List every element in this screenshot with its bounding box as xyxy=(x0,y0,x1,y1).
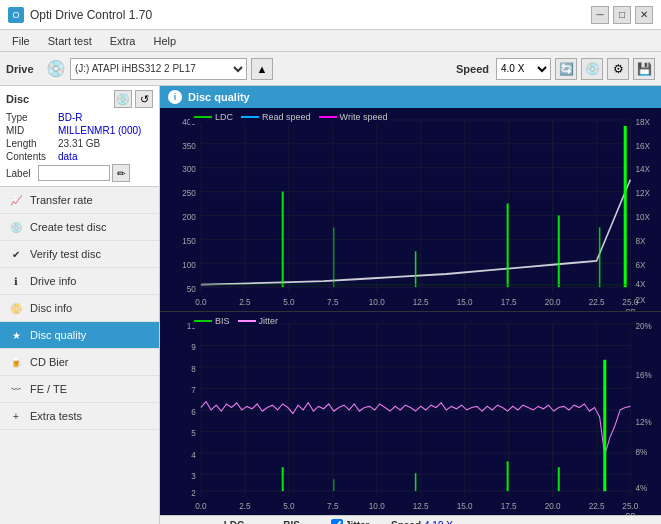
verify-test-disc-icon: ✔ xyxy=(8,246,24,262)
jitter-checkbox[interactable] xyxy=(331,519,343,524)
ldc-legend-label: LDC xyxy=(215,112,233,122)
svg-text:300: 300 xyxy=(182,164,196,175)
svg-text:350: 350 xyxy=(182,140,196,151)
sidebar-item-extra-tests[interactable]: + Extra tests xyxy=(0,403,159,430)
app-icon: O xyxy=(8,7,24,23)
app-title: Opti Drive Control 1.70 xyxy=(30,8,152,22)
drive-select[interactable]: (J:) ATAPI iHBS312 2 PL17 xyxy=(70,58,247,80)
svg-text:7: 7 xyxy=(191,385,196,396)
close-button[interactable]: ✕ xyxy=(635,6,653,24)
svg-text:250: 250 xyxy=(182,188,196,199)
stats-area: LDC BIS Jitter Speed 4.19 xyxy=(160,515,661,524)
svg-text:2.5: 2.5 xyxy=(239,500,250,511)
speed-label: Speed xyxy=(456,63,492,75)
bis-legend-color xyxy=(194,320,212,322)
drive-label: Drive xyxy=(6,63,42,75)
disc-info-icon: 📀 xyxy=(8,300,24,316)
svg-text:5.0: 5.0 xyxy=(283,296,294,307)
svg-text:20.0: 20.0 xyxy=(545,296,561,307)
menu-extra[interactable]: Extra xyxy=(102,33,144,49)
disc-button[interactable]: 💿 xyxy=(581,58,603,80)
cd-bier-icon: 🍺 xyxy=(8,354,24,370)
contents-value: data xyxy=(58,151,77,162)
svg-text:10.0: 10.0 xyxy=(369,500,385,511)
menu-file[interactable]: File xyxy=(4,33,38,49)
sidebar-item-label: CD Bier xyxy=(30,356,69,368)
fe-te-icon: 〰 xyxy=(8,381,24,397)
svg-text:0.0: 0.0 xyxy=(195,500,206,511)
drive-info-icon: ℹ xyxy=(8,273,24,289)
svg-rect-56 xyxy=(160,312,661,515)
titlebar: O Opti Drive Control 1.70 ─ □ ✕ xyxy=(0,0,661,30)
transfer-rate-icon: 📈 xyxy=(8,192,24,208)
extra-tests-icon: + xyxy=(8,408,24,424)
svg-text:0.0: 0.0 xyxy=(195,296,206,307)
speed-col-value: 4.19 X xyxy=(424,520,453,525)
contents-key: Contents xyxy=(6,151,58,162)
svg-text:8X: 8X xyxy=(635,236,645,247)
svg-text:4: 4 xyxy=(191,449,196,460)
window-controls: ─ □ ✕ xyxy=(591,6,653,24)
sidebar-item-label: Disc quality xyxy=(30,329,86,341)
disc-refresh-btn[interactable]: ↺ xyxy=(135,90,153,108)
maximize-button[interactable]: □ xyxy=(613,6,631,24)
settings-button[interactable]: ⚙ xyxy=(607,58,629,80)
bis-header: BIS xyxy=(264,519,319,524)
bottom-chart-svg: 10 9 8 7 6 5 4 3 2 20% 16% 12% 8% 4% 0 xyxy=(160,312,661,515)
sidebar-item-label: Disc info xyxy=(30,302,72,314)
svg-text:6X: 6X xyxy=(635,259,645,270)
svg-text:2: 2 xyxy=(191,487,196,498)
sidebar-item-fe-te[interactable]: 〰 FE / TE xyxy=(0,376,159,403)
ldc-legend: LDC xyxy=(194,112,233,122)
sidebar-item-disc-quality[interactable]: ★ Disc quality xyxy=(0,322,159,349)
speed-col-header: Speed xyxy=(391,520,421,525)
save-button[interactable]: 💾 xyxy=(633,58,655,80)
refresh-button[interactable]: 🔄 xyxy=(555,58,577,80)
sidebar-item-cd-bier[interactable]: 🍺 CD Bier xyxy=(0,349,159,376)
eject-button[interactable]: ▲ xyxy=(251,58,273,80)
speed-select[interactable]: 4.0 X xyxy=(496,58,551,80)
svg-text:15.0: 15.0 xyxy=(457,500,473,511)
svg-text:16%: 16% xyxy=(635,369,651,380)
drive-icon: 💿 xyxy=(46,59,66,78)
sidebar-item-verify-test-disc[interactable]: ✔ Verify test disc xyxy=(0,241,159,268)
svg-text:17.5: 17.5 xyxy=(501,296,517,307)
read-speed-legend-color xyxy=(241,116,259,118)
svg-text:14X: 14X xyxy=(635,164,650,175)
mid-value: MILLENMR1 (000) xyxy=(58,125,141,136)
write-speed-legend-color xyxy=(319,116,337,118)
sidebar-item-disc-info[interactable]: 📀 Disc info xyxy=(0,295,159,322)
svg-text:5.0: 5.0 xyxy=(283,500,294,511)
sidebar-item-label: Drive info xyxy=(30,275,76,287)
ldc-header: LDC xyxy=(204,519,264,524)
label-edit-btn[interactable]: ✏ xyxy=(112,164,130,182)
jitter-legend: Jitter xyxy=(238,316,279,326)
right-panel: i Disc quality LDC Read speed xyxy=(160,86,661,524)
bis-legend: BIS xyxy=(194,316,230,326)
menu-help[interactable]: Help xyxy=(145,33,184,49)
read-speed-legend: Read speed xyxy=(241,112,311,122)
svg-text:150: 150 xyxy=(182,236,196,247)
disc-icon-btn[interactable]: 💿 xyxy=(114,90,132,108)
sidebar-item-label: FE / TE xyxy=(30,383,67,395)
sidebar-item-create-test-disc[interactable]: 💿 Create test disc xyxy=(0,214,159,241)
svg-text:4X: 4X xyxy=(635,279,645,290)
main-area: Disc 💿 ↺ Type BD-R MID MILLENMR1 (000) L… xyxy=(0,86,661,524)
create-test-disc-icon: 💿 xyxy=(8,219,24,235)
disc-section-title: Disc xyxy=(6,93,29,105)
svg-text:20.0: 20.0 xyxy=(545,500,561,511)
minimize-button[interactable]: ─ xyxy=(591,6,609,24)
label-input[interactable] xyxy=(38,165,110,181)
left-panel: Disc 💿 ↺ Type BD-R MID MILLENMR1 (000) L… xyxy=(0,86,160,524)
svg-text:50: 50 xyxy=(187,283,196,294)
svg-text:GB: GB xyxy=(625,511,635,515)
bis-legend-label: BIS xyxy=(215,316,230,326)
sidebar-item-transfer-rate[interactable]: 📈 Transfer rate xyxy=(0,187,159,214)
menu-start-test[interactable]: Start test xyxy=(40,33,100,49)
type-value: BD-R xyxy=(58,112,82,123)
svg-rect-0 xyxy=(160,108,661,311)
svg-text:25.0: 25.0 xyxy=(622,500,638,511)
svg-text:9: 9 xyxy=(191,342,196,353)
jitter-legend-label: Jitter xyxy=(259,316,279,326)
sidebar-item-drive-info[interactable]: ℹ Drive info xyxy=(0,268,159,295)
